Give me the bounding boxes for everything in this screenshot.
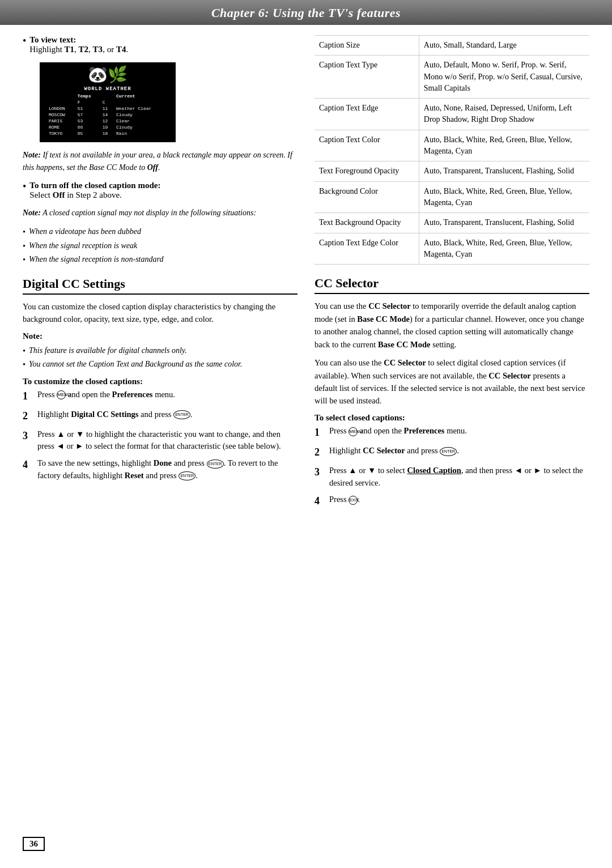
menu-icon2: MENU bbox=[348, 427, 358, 436]
to-view-text-bullet: • To view text: Highlight T1, T2, T3, or… bbox=[23, 35, 298, 54]
step-num-2: 2 bbox=[23, 409, 33, 424]
to-view-text-content: To view text: Highlight T1, T2, T3, or T… bbox=[29, 35, 128, 54]
to-view-label: To view text: bbox=[29, 35, 76, 44]
list-item: •When the signal reception is non-standa… bbox=[23, 253, 298, 266]
enter-icon3: ENTER bbox=[178, 471, 196, 480]
cc-selector-para2: You can also use the CC Selector to sele… bbox=[314, 356, 589, 407]
list-item: •When the signal reception is weak bbox=[23, 240, 298, 252]
exit-icon: EXIT bbox=[348, 496, 358, 505]
situation2: When the signal reception is weak bbox=[29, 240, 137, 252]
select-step-content-4: Press EXIT. bbox=[329, 493, 589, 506]
caption-text-edge-value: Auto, None, Raised, Depressed, Uniform, … bbox=[419, 99, 589, 130]
select-steps-list: 1 Press MENU and open the Preferences me… bbox=[314, 425, 589, 509]
bullet-dot: • bbox=[23, 35, 26, 54]
table-row: Text Foreground Opacity Auto, Transparen… bbox=[314, 161, 589, 181]
turn-off-body: Select Off in Step 2 above. bbox=[29, 190, 121, 199]
caption-settings-table: Caption Size Auto, Small, Standard, Larg… bbox=[314, 35, 589, 265]
step-num-1: 1 bbox=[23, 389, 33, 404]
table-row: Background Color Auto, Black, White, Red… bbox=[314, 181, 589, 213]
tv-screen-image: 🐼🌿 WORLD WEATHER Temps Current F bbox=[40, 62, 176, 142]
step-content-2: Highlight Digital CC Settings and press … bbox=[37, 409, 298, 421]
bullet-dot7: • bbox=[23, 358, 26, 371]
to-view-text-section: • To view text: Highlight T1, T2, T3, or… bbox=[23, 35, 298, 54]
caption-size-value: Auto, Small, Standard, Large bbox=[419, 36, 589, 56]
select-step-num-1: 1 bbox=[314, 425, 325, 440]
caption-text-color-label: Caption Text Color bbox=[314, 130, 419, 161]
step-num-4: 4 bbox=[23, 457, 33, 473]
step-content-4: To save the new settings, highlight Done… bbox=[37, 457, 298, 482]
bullet-dot6: • bbox=[23, 344, 26, 357]
to-view-body: Highlight T1, T2, T3, or T4. bbox=[29, 45, 128, 54]
select-step-2: 2 Highlight CC Selector and press ENTER. bbox=[314, 445, 589, 460]
caption-text-edge-label: Caption Text Edge bbox=[314, 99, 419, 130]
enter-icon2: ENTER bbox=[207, 459, 224, 469]
caption-text-type-label: Caption Text Type bbox=[314, 56, 419, 99]
steps-list: 1 Press MENU and open the Preferences me… bbox=[23, 389, 298, 482]
page-header: Chapter 6: Using the TV's features bbox=[0, 0, 612, 25]
text-fg-opacity-value: Auto, Transparent, Translucent, Flashing… bbox=[419, 161, 589, 181]
step-content-3: Press ▲ or ▼ to highlight the characteri… bbox=[37, 428, 298, 453]
turn-off-content: To turn off the closed caption mode: Sel… bbox=[29, 181, 160, 200]
list-item: •This feature is available for digital c… bbox=[23, 344, 298, 357]
tv-panda-icon: 🐼🌿 bbox=[46, 68, 169, 84]
table-row: PARIS5312Clear bbox=[46, 118, 169, 124]
menu-icon: MENU bbox=[57, 390, 66, 399]
digital-cc-intro: You can customize the closed caption dis… bbox=[23, 300, 298, 326]
situations-list: •When a videotape has been dubbed •When … bbox=[23, 225, 298, 266]
step-content-1: Press MENU and open the Preferences menu… bbox=[37, 389, 298, 401]
table-row: Caption Text Edge Color Auto, Black, Whi… bbox=[314, 233, 589, 265]
select-heading: To select closed captions: bbox=[314, 413, 589, 423]
select-step-content-2: Highlight CC Selector and press ENTER. bbox=[329, 445, 589, 457]
left-column: • To view text: Highlight T1, T2, T3, or… bbox=[23, 35, 298, 513]
step-num-3: 3 bbox=[23, 428, 33, 444]
situation1: When a videotape has been dubbed bbox=[29, 225, 141, 238]
text-fg-opacity-label: Text Foreground Opacity bbox=[314, 161, 419, 181]
page-number: 36 bbox=[23, 837, 45, 851]
bullet-dot2: • bbox=[23, 181, 26, 200]
note1-text: Note: If text is not available in your a… bbox=[23, 151, 292, 172]
select-step-num-2: 2 bbox=[314, 445, 325, 460]
step-2: 2 Highlight Digital CC Settings and pres… bbox=[23, 409, 298, 424]
select-step-num-3: 3 bbox=[314, 465, 325, 480]
table-row: Caption Text Color Auto, Black, White, R… bbox=[314, 130, 589, 161]
situation3: When the signal reception is non-standar… bbox=[29, 253, 163, 266]
bg-color-value: Auto, Black, White, Red, Green, Blue, Ye… bbox=[419, 181, 589, 213]
table-row: TOKYO6518Rain bbox=[46, 130, 169, 137]
tv-screen-inner: 🐼🌿 WORLD WEATHER Temps Current F bbox=[41, 63, 175, 141]
text-bg-opacity-label: Text Background Opacity bbox=[314, 213, 419, 233]
chapter-title: Chapter 6: Using the TV's features bbox=[211, 6, 401, 20]
select-step-content-3: Press ▲ or ▼ to select Closed Caption, a… bbox=[329, 465, 589, 490]
select-step-4: 4 Press EXIT. bbox=[314, 493, 589, 509]
select-step-num-4: 4 bbox=[314, 493, 325, 509]
step-3: 3 Press ▲ or ▼ to highlight the characte… bbox=[23, 428, 298, 453]
tv-weather-table: Temps Current F C LONDON5111Weather Clea bbox=[46, 93, 169, 137]
note3-bullet2: You cannot set the Caption Text and Back… bbox=[29, 358, 242, 371]
cc-selector-intro: You can use the CC Selector to temporari… bbox=[314, 300, 589, 351]
step-1: 1 Press MENU and open the Preferences me… bbox=[23, 389, 298, 404]
step-4: 4 To save the new settings, highlight Do… bbox=[23, 457, 298, 482]
caption-size-label: Caption Size bbox=[314, 36, 419, 56]
tv-world-weather: WORLD WEATHER bbox=[46, 86, 169, 92]
note1-block: Note: If text is not available in your a… bbox=[23, 149, 298, 174]
enter-icon: ENTER bbox=[173, 410, 190, 419]
list-item: •When a videotape has been dubbed bbox=[23, 225, 298, 238]
select-step-1: 1 Press MENU and open the Preferences me… bbox=[314, 425, 589, 440]
customize-heading: To customize the closed captions: bbox=[23, 377, 298, 386]
note3-label: Note: bbox=[23, 331, 298, 341]
select-step-content-1: Press MENU and open the Preferences menu… bbox=[329, 425, 589, 437]
table-row: Caption Text Type Auto, Default, Mono w.… bbox=[314, 56, 589, 99]
caption-text-color-value: Auto, Black, White, Red, Green, Blue, Ye… bbox=[419, 130, 589, 161]
table-row: LONDON5111Weather Clear bbox=[46, 105, 169, 112]
digital-cc-heading: Digital CC Settings bbox=[23, 276, 298, 295]
bg-color-label: Background Color bbox=[314, 181, 419, 213]
table-row: MOSCOW5714Cloudy bbox=[46, 112, 169, 118]
enter-icon4: ENTER bbox=[440, 447, 457, 456]
note2-block: Note: A closed caption signal may not di… bbox=[23, 207, 298, 219]
bullet-dot4: • bbox=[23, 240, 26, 252]
page-content: • To view text: Highlight T1, T2, T3, or… bbox=[0, 35, 612, 513]
table-row: Caption Text Edge Auto, None, Raised, De… bbox=[314, 99, 589, 130]
caption-text-type-value: Auto, Default, Mono w. Serif, Prop. w. S… bbox=[419, 56, 589, 99]
table-row: Caption Size Auto, Small, Standard, Larg… bbox=[314, 36, 589, 56]
right-column: Caption Size Auto, Small, Standard, Larg… bbox=[314, 35, 589, 513]
caption-edge-color-value: Auto, Black, White, Red, Green, Blue, Ye… bbox=[419, 233, 589, 265]
